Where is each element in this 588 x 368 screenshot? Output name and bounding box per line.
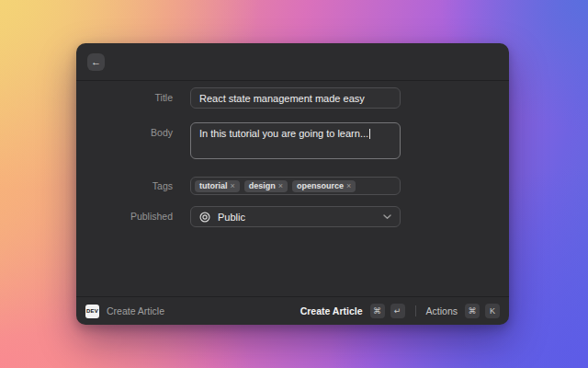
action-bar: DEV Create Article Create Article ⌘ ↵ Ac… [76,296,509,325]
actions-menu-button[interactable]: Actions [426,305,458,316]
tags-input[interactable]: tutorial × design × opensource × [190,177,401,195]
published-row: Published Public [76,206,509,227]
tag-text: design [249,182,276,190]
footer-divider [415,305,416,316]
desktop-background: ← Title React state management made easy… [0,0,588,368]
tag-text: opensource [297,182,344,190]
window-header: ← [76,43,509,81]
back-button[interactable]: ← [87,53,105,71]
text-caret [369,129,370,139]
remove-tag-icon[interactable]: × [346,182,351,190]
k-key-icon: K [485,304,500,318]
back-arrow-icon: ← [91,57,101,67]
remove-tag-icon[interactable]: × [231,182,235,190]
title-input[interactable]: React state management made easy [190,87,401,109]
create-article-window: ← Title React state management made easy… [76,43,509,325]
tags-label: Tags [76,177,173,195]
remove-tag-icon[interactable]: × [278,182,283,190]
title-value: React state management made easy [199,93,365,104]
tag-chip[interactable]: design × [244,180,288,192]
tag-chip[interactable]: tutorial × [195,180,240,192]
tag-chip[interactable]: opensource × [292,180,356,192]
dev-logo-icon: DEV [85,305,99,318]
tag-text: tutorial [199,182,228,190]
tags-row: Tags tutorial × design × opensource × [76,177,509,195]
published-label: Published [76,206,173,227]
title-row: Title React state management made easy [76,87,509,109]
form: Title React state management made easy B… [76,81,509,296]
body-textarea[interactable]: In this tutorial you are going to learn.… [190,122,401,159]
chevron-down-icon [383,214,391,220]
published-select[interactable]: Public [190,206,401,227]
title-label: Title [76,87,173,109]
return-key-icon: ↵ [390,304,405,318]
public-visibility-icon [199,212,210,223]
command-name: Create Article [107,305,164,316]
body-value: In this tutorial you are going to learn.… [199,128,368,139]
published-value: Public [218,212,245,223]
primary-action-button[interactable]: Create Article [300,305,363,316]
body-row: Body In this tutorial you are going to l… [76,122,509,159]
cmd-key-icon: ⌘ [370,304,385,318]
cmd-key-icon: ⌘ [465,304,480,318]
body-label: Body [76,122,173,144]
